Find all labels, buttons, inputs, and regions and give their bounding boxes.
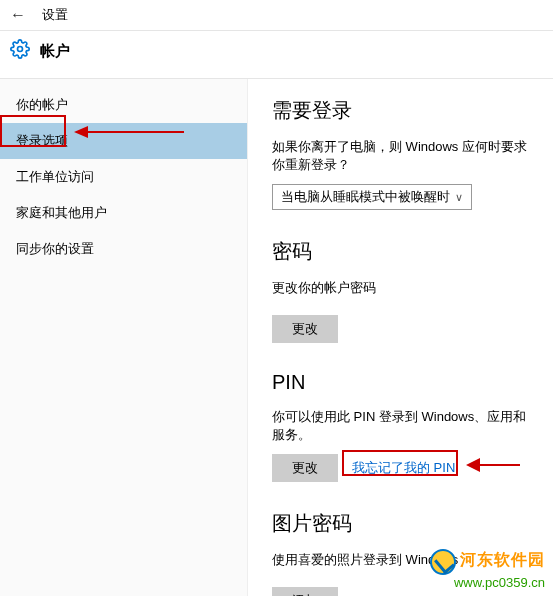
forgot-pin-link[interactable]: 我忘记了我的 PIN bbox=[352, 459, 455, 477]
change-pin-button[interactable]: 更改 bbox=[272, 454, 338, 482]
picture-password-heading: 图片密码 bbox=[272, 510, 533, 537]
sidebar-item-signin-options[interactable]: 登录选项 bbox=[0, 123, 247, 159]
password-desc: 更改你的帐户密码 bbox=[272, 279, 533, 297]
add-picture-password-button[interactable]: 添加 bbox=[272, 587, 338, 596]
watermark-url: www.pc0359.cn bbox=[430, 575, 545, 590]
content-pane: 需要登录 如果你离开了电脑，则 Windows 应何时要求你重新登录？ 当电脑从… bbox=[248, 79, 553, 596]
pin-heading: PIN bbox=[272, 371, 533, 394]
password-heading: 密码 bbox=[272, 238, 533, 265]
svg-marker-4 bbox=[466, 458, 480, 472]
gear-icon bbox=[10, 39, 30, 64]
page-title: 帐户 bbox=[40, 42, 70, 61]
svg-point-0 bbox=[18, 47, 23, 52]
annotation-arrow-icon bbox=[466, 456, 520, 474]
pin-desc: 你可以使用此 PIN 登录到 Windows、应用和服务。 bbox=[272, 408, 533, 444]
require-signin-select[interactable]: 当电脑从睡眠模式中被唤醒时 ∨ bbox=[272, 184, 472, 210]
sidebar-item-family-users[interactable]: 家庭和其他用户 bbox=[0, 195, 247, 231]
login-heading: 需要登录 bbox=[272, 97, 533, 124]
sidebar-item-work-access[interactable]: 工作单位访问 bbox=[0, 159, 247, 195]
change-password-button[interactable]: 更改 bbox=[272, 315, 338, 343]
watermark-logo-icon bbox=[430, 549, 456, 575]
watermark: 河东软件园 www.pc0359.cn bbox=[430, 549, 545, 590]
watermark-text: 河东软件园 bbox=[460, 551, 545, 568]
login-desc: 如果你离开了电脑，则 Windows 应何时要求你重新登录？ bbox=[272, 138, 533, 174]
sidebar-item-sync-settings[interactable]: 同步你的设置 bbox=[0, 231, 247, 267]
topbar-title: 设置 bbox=[42, 6, 68, 24]
sidebar-item-your-account[interactable]: 你的帐户 bbox=[0, 87, 247, 123]
back-icon[interactable]: ← bbox=[10, 6, 26, 24]
chevron-down-icon: ∨ bbox=[455, 191, 463, 204]
sidebar: 你的帐户 登录选项 工作单位访问 家庭和其他用户 同步你的设置 bbox=[0, 79, 248, 596]
select-value: 当电脑从睡眠模式中被唤醒时 bbox=[281, 188, 450, 206]
